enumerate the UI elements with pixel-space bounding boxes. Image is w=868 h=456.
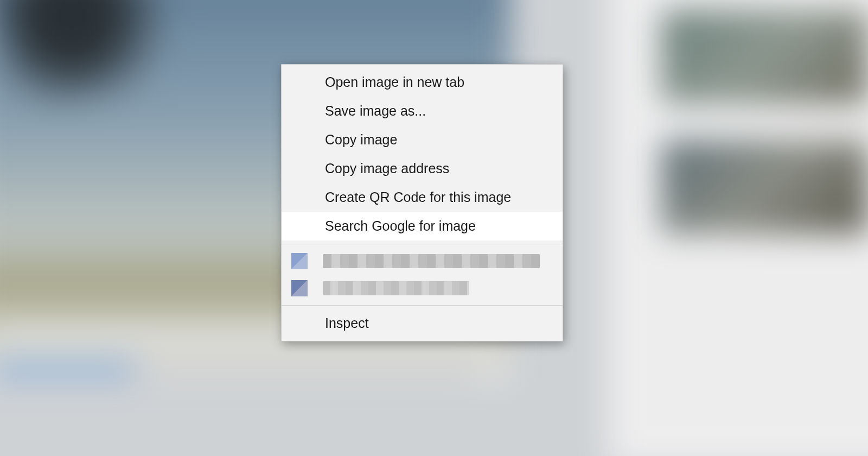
extension-icon — [291, 280, 308, 296]
extension-icon — [291, 253, 308, 269]
image-context-menu: Open image in new tab Save image as... C… — [281, 64, 563, 341]
menu-item-create-qr-code[interactable]: Create QR Code for this image — [282, 183, 563, 212]
menu-item-inspect[interactable]: Inspect — [282, 309, 563, 338]
menu-item-extension-1[interactable] — [282, 248, 563, 275]
menu-item-open-image-new-tab[interactable]: Open image in new tab — [282, 68, 563, 97]
menu-item-save-image-as[interactable]: Save image as... — [282, 97, 563, 125]
extension-label-redacted — [323, 281, 469, 295]
menu-separator — [282, 244, 563, 244]
menu-item-copy-image[interactable]: Copy image — [282, 125, 563, 154]
menu-separator — [282, 305, 563, 306]
extension-label-redacted — [323, 254, 540, 268]
menu-item-extension-2[interactable] — [282, 275, 563, 302]
menu-item-search-google-for-image[interactable]: Search Google for image — [282, 212, 563, 240]
menu-item-copy-image-address[interactable]: Copy image address — [282, 154, 563, 183]
